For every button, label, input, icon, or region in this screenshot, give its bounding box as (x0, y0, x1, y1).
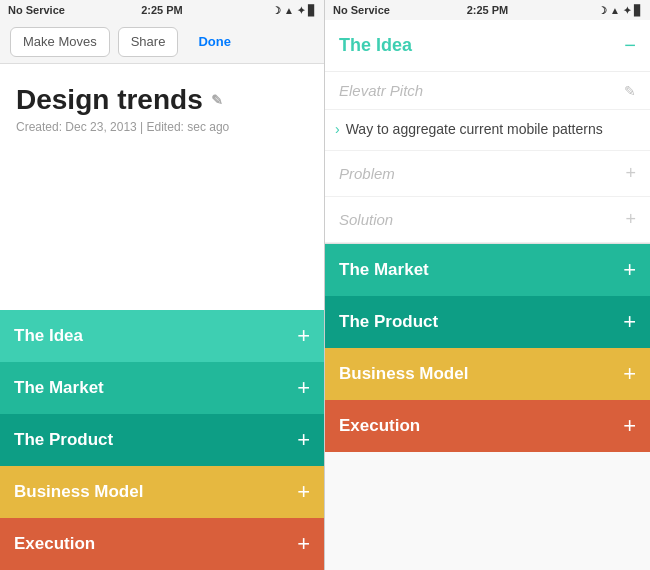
share-button[interactable]: Share (118, 27, 179, 57)
right-battery-icon: ▊ (634, 5, 642, 16)
document-title-row: Design trends ✎ (16, 84, 308, 116)
problem-field[interactable]: Problem + (325, 151, 650, 197)
left-execution-plus-icon: + (297, 531, 310, 557)
bullet-item-row: › Way to aggregate current mobile patter… (325, 110, 650, 151)
bullet-text: Way to aggregate current mobile patterns (346, 120, 603, 140)
right-moon-icon: ☽ (598, 5, 607, 16)
make-moves-button[interactable]: Make Moves (10, 27, 110, 57)
right-section-execution[interactable]: Execution + (325, 400, 650, 452)
left-status-time: 2:25 PM (141, 4, 183, 16)
right-section-market-label: The Market (339, 260, 429, 280)
edit-icon[interactable]: ✎ (211, 92, 223, 108)
battery-icon: ▊ (308, 5, 316, 16)
expanded-idea-header[interactable]: The Idea − (325, 20, 650, 72)
document-content: Design trends ✎ Created: Dec 23, 2013 | … (0, 64, 324, 310)
left-sections: The Idea + The Market + The Product + Bu… (0, 310, 324, 570)
right-section-product[interactable]: The Product + (325, 296, 650, 348)
left-section-market[interactable]: The Market + (0, 362, 324, 414)
expanded-idea-minus-icon: − (624, 34, 636, 57)
left-panel: No Service 2:25 PM ☽ ▲ ✦ ▊ Make Moves Sh… (0, 0, 325, 570)
left-business-plus-icon: + (297, 479, 310, 505)
right-business-plus-icon: + (623, 361, 636, 387)
right-panel: No Service 2:25 PM ☽ ▲ ✦ ▊ The Idea − El… (325, 0, 650, 570)
right-status-bar: No Service 2:25 PM ☽ ▲ ✦ ▊ (325, 0, 650, 20)
elevator-pitch-field[interactable]: Elevatr Pitch ✎ (325, 72, 650, 110)
left-section-business[interactable]: Business Model + (0, 466, 324, 518)
bullet-arrow-icon: › (335, 121, 340, 137)
left-section-market-label: The Market (14, 378, 104, 398)
right-status-no-service: No Service (333, 4, 390, 16)
left-section-product-label: The Product (14, 430, 113, 450)
left-section-idea-label: The Idea (14, 326, 83, 346)
moon-icon: ☽ (272, 5, 281, 16)
right-section-product-label: The Product (339, 312, 438, 332)
problem-add-icon: + (625, 163, 636, 184)
document-title: Design trends (16, 84, 203, 116)
right-bluetooth-icon: ✦ (623, 5, 631, 16)
left-toolbar: Make Moves Share Done (0, 20, 324, 64)
document-meta: Created: Dec 23, 2013 | Edited: sec ago (16, 120, 308, 134)
signal-icon: ▲ (284, 5, 294, 16)
left-section-idea[interactable]: The Idea + (0, 310, 324, 362)
expanded-idea-section: The Idea − Elevatr Pitch ✎ › Way to aggr… (325, 20, 650, 244)
left-status-bar: No Service 2:25 PM ☽ ▲ ✦ ▊ (0, 0, 324, 20)
left-status-icons: ☽ ▲ ✦ ▊ (272, 5, 316, 16)
bluetooth-icon: ✦ (297, 5, 305, 16)
left-idea-plus-icon: + (297, 323, 310, 349)
right-product-plus-icon: + (623, 309, 636, 335)
right-status-time: 2:25 PM (467, 4, 509, 16)
left-status-no-service: No Service (8, 4, 65, 16)
done-button[interactable]: Done (186, 27, 243, 57)
left-section-execution-label: Execution (14, 534, 95, 554)
elevator-edit-icon: ✎ (624, 83, 636, 99)
left-product-plus-icon: + (297, 427, 310, 453)
problem-label: Problem (339, 165, 395, 182)
left-section-product[interactable]: The Product + (0, 414, 324, 466)
right-market-plus-icon: + (623, 257, 636, 283)
solution-field[interactable]: Solution + (325, 197, 650, 243)
right-section-market[interactable]: The Market + (325, 244, 650, 296)
right-section-business-label: Business Model (339, 364, 468, 384)
right-signal-icon: ▲ (610, 5, 620, 16)
solution-add-icon: + (625, 209, 636, 230)
left-section-business-label: Business Model (14, 482, 143, 502)
left-section-execution[interactable]: Execution + (0, 518, 324, 570)
right-status-icons: ☽ ▲ ✦ ▊ (598, 5, 642, 16)
right-sections: The Market + The Product + Business Mode… (325, 244, 650, 452)
right-section-execution-label: Execution (339, 416, 420, 436)
expanded-idea-title: The Idea (339, 35, 412, 56)
elevator-pitch-label: Elevatr Pitch (339, 82, 423, 99)
left-market-plus-icon: + (297, 375, 310, 401)
right-section-business[interactable]: Business Model + (325, 348, 650, 400)
right-execution-plus-icon: + (623, 413, 636, 439)
solution-label: Solution (339, 211, 393, 228)
